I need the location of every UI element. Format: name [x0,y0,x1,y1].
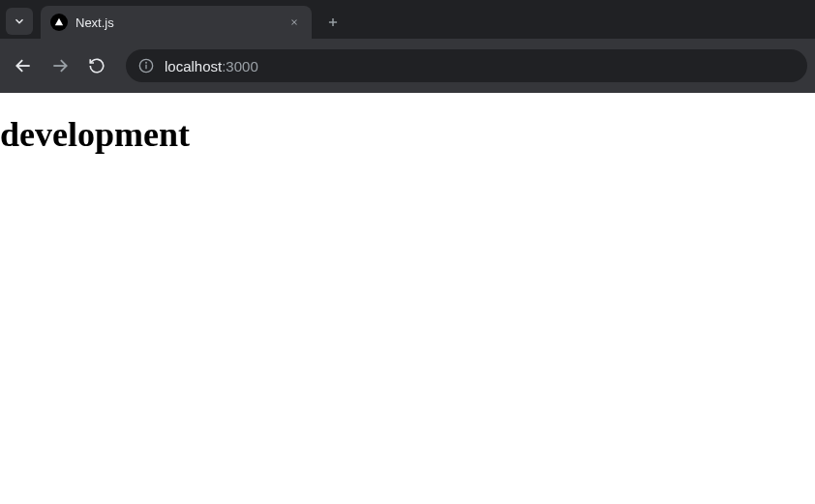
chevron-down-icon [13,15,26,28]
arrow-right-icon [50,56,70,75]
url-host: localhost [165,58,222,74]
svg-point-8 [146,62,147,63]
address-bar[interactable]: localhost:3000 [126,49,807,82]
reload-icon [88,57,106,74]
tab-bar: Next.js [0,0,815,39]
tab-favicon [50,14,68,31]
reload-button[interactable] [81,50,112,81]
info-icon [138,58,154,74]
site-info-button[interactable] [137,57,155,74]
arrow-left-icon [14,56,33,75]
browser-chrome: Next.js [0,0,815,93]
browser-toolbar: localhost:3000 [0,39,815,93]
close-icon [289,17,299,27]
plus-icon [326,15,340,29]
page-content: development [0,93,815,155]
url-text: localhost:3000 [165,58,258,74]
browser-tab[interactable]: Next.js [41,6,312,39]
forward-button[interactable] [45,50,75,81]
back-button[interactable] [8,50,39,81]
tab-title: Next.js [75,15,279,30]
nextjs-icon [54,17,64,27]
page-heading: development [0,114,815,155]
tab-close-button[interactable] [287,15,302,30]
search-tabs-button[interactable] [6,8,33,35]
new-tab-button[interactable] [319,9,347,36]
url-port: :3000 [222,58,258,74]
